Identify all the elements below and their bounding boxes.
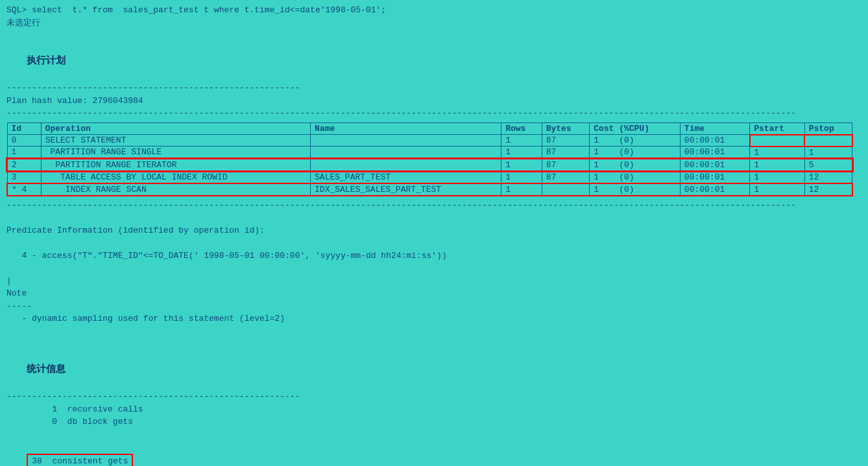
cell-time: 00:00:01 <box>680 146 749 159</box>
cell-cost: 1 (0) <box>590 171 681 183</box>
col-time: Time <box>680 122 749 135</box>
col-bytes: Bytes <box>542 122 590 135</box>
divider3: ----------------------------------------… <box>6 199 862 212</box>
divider1: ----------------------------------------… <box>6 82 862 95</box>
cell-id: 0 <box>7 135 41 146</box>
cell-operation: INDEX RANGE SCAN <box>41 183 310 196</box>
cell-id: 3 <box>7 171 41 183</box>
table-row: 1 PARTITION RANGE SINGLE 1 87 1 (0) 00:0… <box>7 146 852 159</box>
sql-line: SQL> select t.* from sales_part_test t w… <box>6 4 862 17</box>
stat-row-recursive: 1 recursive calls <box>6 403 862 416</box>
col-operation: Operation <box>41 122 310 135</box>
cell-name <box>311 135 501 146</box>
col-name: Name <box>311 122 501 135</box>
stats-title: 统计信息 <box>6 351 862 391</box>
table-row: 0 SELECT STATEMENT 1 87 1 (0) 00:00:01 <box>7 135 852 146</box>
predicate-title: Predicate Information (identified by ope… <box>6 224 862 237</box>
cell-name: IDX_SALES_SALES_PART_TEST <box>311 183 501 196</box>
cell-pstop: 1 <box>804 146 852 159</box>
stats-divider: ----------------------------------------… <box>6 390 862 403</box>
col-pstart: Pstart <box>750 122 805 135</box>
cell-name <box>311 146 501 159</box>
cell-id: 1 <box>7 146 41 159</box>
cell-cost: 1 (0) <box>590 183 681 196</box>
cell-operation: TABLE ACCESS BY LOCAL INDEX ROWID <box>41 171 310 183</box>
cell-bytes: 87 <box>542 171 590 183</box>
note-title: Note <box>6 287 862 300</box>
consistent-gets-box: 38 consistent gets <box>27 454 133 467</box>
cell-rows: 1 <box>501 135 542 146</box>
cell-rows: 1 <box>501 146 542 159</box>
note-marker: | <box>6 275 862 288</box>
cell-pstop: 12 <box>804 183 852 196</box>
cell-name <box>311 159 501 171</box>
predicate-line: 4 - access("T"."TIME_ID"<=TO_DATE(' 1998… <box>6 250 862 262</box>
col-pstop: Pstop <box>804 122 852 135</box>
divider2: ----------------------------------------… <box>6 107 862 120</box>
note-divider: ----- <box>6 300 862 313</box>
cell-pstop: 12 <box>804 171 852 183</box>
plan-table-header: Id Operation Name Rows Bytes Cost (%CPU)… <box>7 122 852 135</box>
cell-bytes: 87 <box>542 135 590 146</box>
cell-rows: 1 <box>501 171 542 183</box>
terminal: SQL> select t.* from sales_part_test t w… <box>0 0 868 466</box>
exec-plan-title: 执行计划 <box>6 42 862 82</box>
cell-id: 2 <box>7 159 41 171</box>
cell-time: 00:00:01 <box>680 135 749 146</box>
cell-time: 00:00:01 <box>680 171 749 183</box>
cell-rows: 1 <box>501 183 542 196</box>
cell-operation: PARTITION RANGE ITERATOR <box>41 159 310 171</box>
cell-pstop: 5 <box>804 159 852 171</box>
table-row: * 4 INDEX RANGE SCAN IDX_SALES_SALES_PAR… <box>7 183 852 196</box>
plan-table-section: Id Operation Name Rows Bytes Cost (%CPU)… <box>6 122 862 196</box>
cell-time: 00:00:01 <box>680 183 749 196</box>
cell-pstart <box>750 135 805 146</box>
plan-table: Id Operation Name Rows Bytes Cost (%CPU)… <box>6 122 853 196</box>
table-row: 2 PARTITION RANGE ITERATOR 1 87 1 (0) 00… <box>7 159 852 171</box>
cell-name: SALES_PART_TEST <box>311 171 501 183</box>
cell-cost: 1 (0) <box>590 135 681 146</box>
cell-rows: 1 <box>501 159 542 171</box>
cell-cost: 1 (0) <box>590 159 681 171</box>
cell-pstart: 1 <box>750 183 805 196</box>
cell-pstop <box>804 135 852 146</box>
cell-pstart: 1 <box>750 146 805 159</box>
cell-operation: SELECT STATEMENT <box>41 135 310 146</box>
plan-hash: Plan hash value: 2796043984 <box>6 95 862 108</box>
cell-bytes <box>542 183 590 196</box>
col-rows: Rows <box>501 122 542 135</box>
stat-row-consistent-gets: 38 consistent gets <box>6 428 862 467</box>
no-rows-line: 未选定行 <box>6 17 862 30</box>
col-id: Id <box>7 122 41 135</box>
table-row: 3 TABLE ACCESS BY LOCAL INDEX ROWID SALE… <box>7 171 852 183</box>
cell-operation: PARTITION RANGE SINGLE <box>41 146 310 159</box>
cell-pstart: 1 <box>750 159 805 171</box>
note-line: - dynamic sampling used for this stateme… <box>6 312 862 325</box>
cell-pstart: 1 <box>750 171 805 183</box>
stat-row-db-block-gets: 0 db block gets <box>6 415 862 428</box>
cell-cost: 1 (0) <box>590 146 681 159</box>
cell-id: * 4 <box>7 183 41 196</box>
cell-time: 00:00:01 <box>680 159 749 171</box>
cell-bytes: 87 <box>542 146 590 159</box>
cell-bytes: 87 <box>542 159 590 171</box>
col-cost: Cost (%CPU) <box>590 122 681 135</box>
